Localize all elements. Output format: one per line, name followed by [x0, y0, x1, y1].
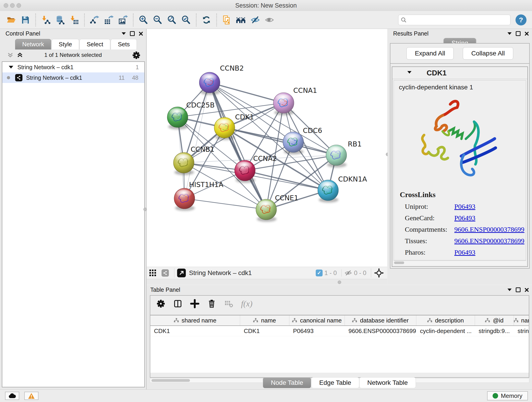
- zoom-selected-button[interactable]: [180, 13, 192, 26]
- show-columns-icon[interactable]: [173, 299, 182, 308]
- crosslink-link[interactable]: 9606.ENSP00000378699: [454, 225, 525, 233]
- search-input[interactable]: [398, 15, 510, 25]
- results-hscrollbar[interactable]: [394, 261, 526, 265]
- import-network-database-button[interactable]: [54, 13, 66, 26]
- control-panel-tabs: NetworkStyleSelectSets: [15, 39, 137, 50]
- column-header--id[interactable]: @id: [475, 315, 514, 325]
- column-header-canonical-name[interactable]: canonical name: [289, 315, 345, 325]
- tab-style[interactable]: Style: [51, 39, 79, 50]
- network-row-selected[interactable]: String Network – cdk1 11 48: [2, 72, 144, 83]
- float-panel-icon[interactable]: [516, 287, 520, 292]
- close-panel-icon[interactable]: [525, 288, 529, 292]
- table-cell[interactable]: P06493: [289, 326, 345, 336]
- left-splitter-handle[interactable]: [143, 208, 147, 211]
- table-cell[interactable]: stringdb:9...: [475, 326, 514, 336]
- table-panel-title: Table Panel: [150, 287, 180, 293]
- selected-checkbox-icon[interactable]: ✓: [316, 269, 323, 276]
- close-panel-icon[interactable]: [525, 32, 529, 36]
- cdk1-entry-header[interactable]: CDK1: [392, 67, 527, 79]
- table-options-gear-icon[interactable]: [156, 299, 165, 308]
- float-panel-icon[interactable]: [516, 31, 520, 36]
- hide-selected-button[interactable]: [249, 13, 261, 26]
- tab-node-table[interactable]: Node Table: [263, 377, 311, 388]
- warning-status-button[interactable]: [24, 392, 38, 400]
- add-column-icon[interactable]: [190, 299, 199, 308]
- help-button[interactable]: ?: [515, 14, 526, 26]
- column-header-description[interactable]: description: [416, 315, 475, 325]
- node-CDC6[interactable]: [283, 132, 304, 154]
- tab-network-table[interactable]: Network Table: [359, 377, 416, 388]
- import-network-file-button[interactable]: [40, 13, 52, 26]
- network-badge-button[interactable]: [160, 267, 170, 279]
- results-hscroll-thumb[interactable]: [394, 262, 404, 264]
- export-table-button[interactable]: [103, 13, 115, 26]
- cloud-status-button[interactable]: [5, 392, 19, 400]
- entry-expander-icon[interactable]: [407, 71, 412, 74]
- table-row[interactable]: CDK1CDK1P064939606.ENSP00000378699cyclin…: [150, 326, 529, 336]
- export-network-button[interactable]: [89, 13, 101, 26]
- collapse-all-button[interactable]: Collapse All: [463, 47, 513, 60]
- edge-HIST1H1A-CCNE1[interactable]: [184, 198, 266, 210]
- column-header-name[interactable]: name: [240, 315, 289, 325]
- network-collection-row[interactable]: String Network – cdk1 1: [2, 62, 144, 72]
- birdseye-crosshair-icon[interactable]: [374, 268, 384, 278]
- save-session-button[interactable]: [19, 13, 32, 26]
- node-CDKN1A[interactable]: [318, 180, 338, 203]
- tab-select[interactable]: Select: [80, 39, 110, 50]
- expand-all-button[interactable]: Expand All: [406, 47, 454, 60]
- function-builder-button[interactable]: f(x): [241, 299, 253, 308]
- table-cell[interactable]: stringdb: [514, 326, 529, 336]
- delete-column-icon[interactable]: [207, 299, 216, 308]
- column-header-database-identifier[interactable]: database identifier: [345, 315, 416, 325]
- close-panel-icon[interactable]: [139, 32, 143, 36]
- show-all-button[interactable]: [264, 13, 275, 26]
- tab-edge-table[interactable]: Edge Table: [311, 377, 359, 388]
- node-CCNB1[interactable]: [173, 153, 194, 175]
- table-cell[interactable]: CDK1: [150, 326, 240, 336]
- node-HIST1H1A[interactable]: [174, 188, 195, 211]
- panel-menu-icon[interactable]: [507, 32, 512, 35]
- table-cell[interactable]: 9606.ENSP00000378699: [345, 326, 416, 336]
- network-canvas[interactable]: CCNB2CCNA1CDC25BCDK1CDC6RB1CCNB1CCNA2CDK…: [147, 29, 387, 267]
- hidden-eye-slash-icon[interactable]: [344, 269, 352, 276]
- detach-view-button[interactable]: [177, 269, 186, 277]
- column-header-namespac[interactable]: namespac: [514, 315, 529, 325]
- node-RB1[interactable]: [326, 145, 347, 167]
- column-header-shared-name[interactable]: shared name: [150, 315, 240, 325]
- edge-CCNB2-CCNE1[interactable]: [210, 83, 266, 210]
- tab-sets[interactable]: Sets: [111, 39, 137, 50]
- node-CCNA2[interactable]: [234, 160, 255, 183]
- zoom-out-button[interactable]: [152, 13, 164, 26]
- expander-icon[interactable]: [9, 66, 13, 69]
- crosslink-link[interactable]: P06493: [454, 249, 475, 256]
- table-panel-header: Table Panel: [147, 285, 532, 294]
- import-network-icon: [41, 15, 51, 25]
- grid-view-button[interactable]: [148, 267, 158, 279]
- horizontal-splitter-handle[interactable]: [338, 281, 341, 284]
- open-session-button[interactable]: [5, 13, 17, 26]
- crosslink-link[interactable]: P06493: [454, 203, 475, 211]
- memory-button[interactable]: Memory: [487, 391, 528, 400]
- crosslink-link[interactable]: P06493: [454, 214, 475, 222]
- node-CCNA1[interactable]: [273, 93, 294, 115]
- panel-menu-icon[interactable]: [122, 32, 126, 35]
- tab-network[interactable]: Network: [15, 39, 51, 50]
- crosslink-link[interactable]: 9606.ENSP00000378699: [454, 237, 525, 245]
- zoom-in-button[interactable]: [138, 13, 149, 26]
- table-cell[interactable]: CDK1: [240, 326, 289, 336]
- first-neighbors-button[interactable]: [235, 13, 247, 26]
- node-CCNB2[interactable]: [199, 72, 220, 95]
- node-CDK1[interactable]: [214, 117, 235, 140]
- refresh-icon: [202, 15, 211, 25]
- import-table-button[interactable]: [68, 13, 80, 26]
- network-options-gear-icon[interactable]: [132, 51, 141, 60]
- node-CDC25B[interactable]: [167, 107, 188, 129]
- refresh-button[interactable]: [201, 13, 212, 26]
- export-image-button[interactable]: [117, 13, 129, 26]
- node-CCNE1[interactable]: [256, 199, 277, 222]
- float-panel-icon[interactable]: [130, 31, 135, 36]
- zoom-fit-button[interactable]: [166, 13, 178, 26]
- panel-menu-icon[interactable]: [507, 288, 512, 291]
- duplicate-network-button[interactable]: [221, 13, 233, 26]
- table-cell[interactable]: cyclin-dependent ...: [416, 326, 475, 336]
